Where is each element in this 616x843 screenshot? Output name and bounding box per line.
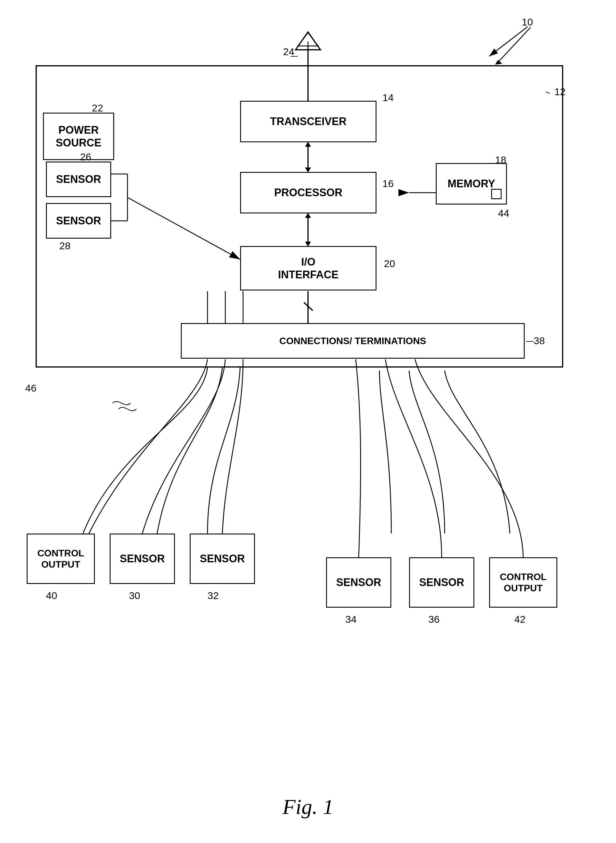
- connections-box: CONNECTIONS/ TERMINATIONS: [181, 323, 525, 359]
- transceiver-box: TRANSCEIVER: [240, 101, 377, 142]
- ref-34: 34: [345, 614, 356, 625]
- ref-18: 18: [495, 154, 506, 166]
- ref-14: 14: [383, 92, 394, 103]
- figure-label: Fig. 1: [283, 795, 333, 819]
- svg-line-21: [489, 27, 528, 56]
- processor-box: PROCESSOR: [240, 172, 377, 213]
- sensor-34-box: SENSOR: [326, 557, 391, 608]
- sensor-30-box: SENSOR: [110, 534, 175, 584]
- svg-marker-5: [298, 32, 318, 46]
- ref-32: 32: [207, 590, 219, 601]
- ref-40: 40: [46, 590, 57, 601]
- ref-36: 36: [428, 614, 440, 625]
- ref-24: 24: [283, 46, 294, 57]
- memory-box: MEMORY: [436, 163, 507, 205]
- ref-28: 28: [59, 240, 70, 252]
- control-output-42-box: CONTROL OUTPUT: [489, 557, 557, 608]
- svg-marker-47: [495, 60, 502, 65]
- ref-26: 26: [80, 151, 91, 163]
- ref-44: 44: [498, 208, 509, 219]
- power-source-box: POWER SOURCE: [43, 113, 114, 160]
- ref-42: 42: [514, 614, 526, 625]
- control-output-40-box: CONTROL OUTPUT: [27, 534, 95, 584]
- svg-line-46: [498, 27, 531, 62]
- sensor-36-box: SENSOR: [409, 557, 474, 608]
- sensor-28-box: SENSOR: [46, 203, 111, 239]
- sensor-26-box: SENSOR: [46, 161, 111, 197]
- ref-16: 16: [383, 178, 394, 189]
- ref-22: 22: [92, 102, 103, 114]
- ref-12: 12: [554, 86, 566, 98]
- ref-30: 30: [129, 590, 140, 601]
- io-interface-box: I/O INTERFACE: [240, 246, 377, 290]
- ref-10: 10: [522, 16, 533, 28]
- svg-marker-30: [296, 32, 320, 50]
- ref-46: 46: [25, 383, 37, 394]
- ref-38: 38: [534, 335, 545, 346]
- ref-20: 20: [384, 258, 395, 270]
- diagram: 10 12 24 TRANSCEIVER 14 PROCESSOR 16 I/O…: [0, 0, 616, 843]
- sensor-32-box: SENSOR: [190, 534, 255, 584]
